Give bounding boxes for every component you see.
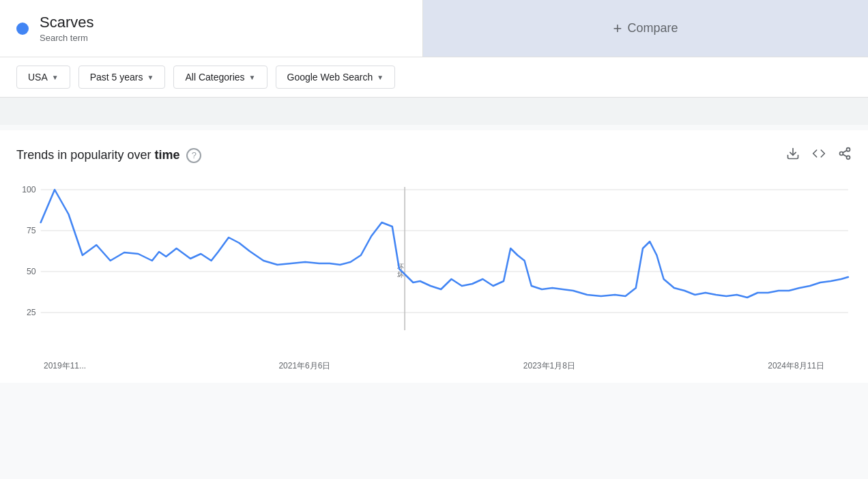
chart-title-start: Trends in popularity over — [16, 148, 154, 162]
x-label-1: 2019年11... — [44, 360, 86, 372]
spacer-band — [0, 98, 868, 125]
x-label-4: 2024年8月11日 — [768, 360, 824, 372]
time-range-label: Past 5 years — [90, 72, 143, 83]
x-labels: 2019年11... 2021年6月6日 2023年1月8日 2024年8月11… — [16, 358, 852, 372]
svg-text:100: 100 — [22, 185, 36, 194]
chart-section: Trends in popularity over time ? — [0, 130, 868, 383]
search-type-filter[interactable]: Google Web Search ▼ — [276, 66, 396, 89]
x-label-2: 2021年6月6日 — [278, 360, 330, 372]
svg-line-4 — [843, 154, 847, 156]
chart-title-wrap: Trends in popularity over time ? — [16, 148, 201, 163]
share-icon[interactable] — [838, 147, 852, 164]
compare-plus-icon: + — [613, 20, 622, 38]
chart-title: Trends in popularity over time — [16, 148, 179, 162]
time-range-chevron-icon: ▼ — [147, 74, 154, 81]
help-icon[interactable]: ? — [186, 148, 201, 163]
x-label-3: 2023年1月8日 — [523, 360, 575, 372]
download-icon[interactable] — [786, 147, 800, 164]
term-info: Scarves Search term — [40, 14, 93, 43]
term-type: Search term — [40, 33, 93, 43]
chart-actions — [786, 147, 852, 164]
compare-label: Compare — [627, 21, 678, 35]
trend-line — [41, 190, 848, 297]
region-filter[interactable]: USA ▼ — [16, 66, 70, 89]
svg-line-5 — [843, 150, 847, 152]
term-dot — [16, 23, 29, 35]
search-type-label: Google Web Search — [287, 72, 373, 83]
categories-filter[interactable]: All Categories ▼ — [173, 66, 267, 89]
svg-text:75: 75 — [27, 226, 36, 235]
embed-icon[interactable] — [812, 147, 826, 164]
categories-label: All Categories — [185, 72, 244, 83]
svg-text:25: 25 — [27, 308, 36, 317]
region-label: USA — [28, 72, 48, 83]
chart-header: Trends in popularity over time ? — [16, 147, 852, 164]
term-name: Scarves — [40, 14, 93, 31]
search-term-card: Scarves Search term — [0, 0, 423, 57]
trend-chart-svg: 100 75 50 25 坏 坏 — [16, 180, 852, 358]
chart-title-highlight: time — [154, 148, 179, 162]
time-range-filter[interactable]: Past 5 years ▼ — [78, 66, 166, 89]
filters-bar: USA ▼ Past 5 years ▼ All Categories ▼ Go… — [0, 57, 868, 98]
search-type-chevron-icon: ▼ — [377, 74, 384, 81]
chart-container: 100 75 50 25 坏 坏 — [16, 180, 852, 358]
region-chevron-icon: ▼ — [52, 74, 59, 81]
compare-card[interactable]: + Compare — [423, 0, 868, 57]
svg-text:50: 50 — [27, 267, 36, 276]
categories-chevron-icon: ▼ — [249, 74, 256, 81]
